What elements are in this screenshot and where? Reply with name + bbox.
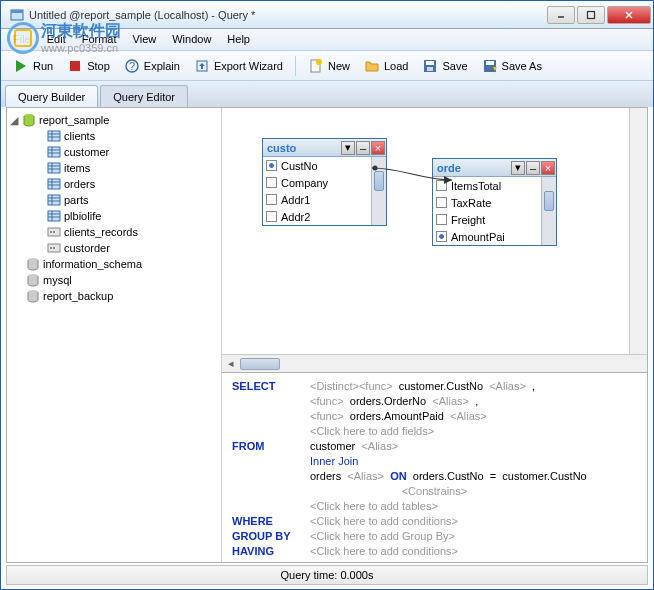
- checkbox-icon[interactable]: [436, 231, 447, 242]
- close-icon[interactable]: ×: [541, 161, 555, 175]
- table-field-Company[interactable]: Company: [263, 174, 386, 191]
- table-field-AmountPai[interactable]: AmountPai: [433, 228, 556, 245]
- new-button[interactable]: New: [302, 55, 356, 77]
- minimize-button[interactable]: [547, 6, 575, 24]
- sql-add-conditions-placeholder[interactable]: <Click here to add conditions>: [310, 515, 458, 527]
- sql-pane[interactable]: SELECT<Distinct><func> customer.CustNo <…: [222, 372, 647, 562]
- right-pane: custo ▾ – × CustNoCompanyAddr1Addr2 orde…: [222, 108, 647, 562]
- save-icon: [422, 58, 438, 74]
- field-label: Addr2: [281, 211, 310, 223]
- checkbox-icon[interactable]: [266, 177, 277, 188]
- checkbox-icon[interactable]: [266, 211, 277, 222]
- menu-window[interactable]: Window: [164, 29, 219, 50]
- export-icon: [194, 58, 210, 74]
- canvas-pane[interactable]: custo ▾ – × CustNoCompanyAddr1Addr2 orde…: [222, 108, 647, 354]
- checkbox-icon[interactable]: [436, 180, 447, 191]
- saveas-button[interactable]: Save As: [476, 55, 548, 77]
- svg-rect-41: [48, 211, 60, 221]
- table-field-Freight[interactable]: Freight: [433, 211, 556, 228]
- checkbox-icon[interactable]: [266, 160, 277, 171]
- load-button[interactable]: Load: [358, 55, 414, 77]
- tree-label: items: [64, 162, 90, 174]
- tree-db-report-sample[interactable]: ◢ report_sample: [9, 112, 219, 128]
- run-button[interactable]: Run: [7, 55, 59, 77]
- tree-pane: ◢ report_sample clientscustomeritemsorde…: [7, 108, 222, 562]
- table-field-CustNo[interactable]: CustNo: [263, 157, 386, 174]
- menu-edit[interactable]: Edit: [39, 29, 74, 50]
- tab-query-builder[interactable]: Query Builder: [5, 85, 98, 107]
- table-header[interactable]: custo ▾ – ×: [263, 139, 386, 157]
- close-button[interactable]: [607, 6, 651, 24]
- menu-help[interactable]: Help: [219, 29, 258, 50]
- tree-db-information_schema[interactable]: information_schema: [9, 256, 219, 272]
- collapse-icon[interactable]: ◢: [9, 115, 19, 125]
- svg-rect-33: [48, 179, 60, 189]
- menu-file[interactable]: File: [5, 29, 39, 50]
- tree-view-custorder[interactable]: custorder: [9, 240, 219, 256]
- menu-format[interactable]: Format: [74, 29, 125, 50]
- saveas-label: Save As: [502, 60, 542, 72]
- play-icon: [13, 58, 29, 74]
- field-label: TaxRate: [451, 197, 491, 209]
- tree-table-parts[interactable]: parts: [9, 192, 219, 208]
- tree-db-report_backup[interactable]: report_backup: [9, 288, 219, 304]
- table-field-Addr1[interactable]: Addr1: [263, 191, 386, 208]
- minimize-icon[interactable]: –: [526, 161, 540, 175]
- new-icon: [308, 58, 324, 74]
- stop-button[interactable]: Stop: [61, 55, 116, 77]
- tab-query-editor[interactable]: Query Editor: [100, 85, 188, 107]
- table-field-TaxRate[interactable]: TaxRate: [433, 194, 556, 211]
- svg-point-46: [50, 231, 52, 233]
- sql-where: WHERE: [232, 514, 310, 529]
- tree-db-mysql[interactable]: mysql: [9, 272, 219, 288]
- tree-view-clients_records[interactable]: clients_records: [9, 224, 219, 240]
- dropdown-icon[interactable]: ▾: [341, 141, 355, 155]
- tree-table-customer[interactable]: customer: [9, 144, 219, 160]
- status-bar: Query time: 0.000s: [6, 565, 648, 585]
- canvas-table-custo[interactable]: custo ▾ – × CustNoCompanyAddr1Addr2: [262, 138, 387, 226]
- field-label: Freight: [451, 214, 485, 226]
- table-scrollbar[interactable]: [541, 177, 556, 245]
- sql-add-tables-placeholder[interactable]: <Click here to add tables>: [310, 500, 438, 512]
- table-field-Addr2[interactable]: Addr2: [263, 208, 386, 225]
- tree-table-clients[interactable]: clients: [9, 128, 219, 144]
- svg-point-13: [316, 59, 322, 65]
- sql-add-fields-placeholder[interactable]: <Click here to add fields>: [310, 425, 434, 437]
- svg-rect-25: [48, 147, 60, 157]
- table-field-ItemsTotal[interactable]: ItemsTotal: [433, 177, 556, 194]
- svg-point-49: [50, 247, 52, 249]
- database-icon: [26, 273, 40, 287]
- sql-select: SELECT: [232, 379, 310, 394]
- table-scrollbar[interactable]: [371, 157, 386, 225]
- menubar: File Edit Format View Window Help: [1, 29, 653, 51]
- export-button[interactable]: Export Wizard: [188, 55, 289, 77]
- dropdown-icon[interactable]: ▾: [511, 161, 525, 175]
- svg-rect-15: [426, 61, 434, 65]
- svg-rect-21: [48, 131, 60, 141]
- checkbox-icon[interactable]: [436, 197, 447, 208]
- svg-point-50: [53, 247, 55, 249]
- svg-rect-7: [70, 61, 80, 71]
- maximize-button[interactable]: [577, 6, 605, 24]
- menu-view[interactable]: View: [125, 29, 165, 50]
- checkbox-icon[interactable]: [266, 194, 277, 205]
- close-icon[interactable]: ×: [371, 141, 385, 155]
- sql-add-groupby-placeholder[interactable]: <Click here to add Group By>: [310, 530, 455, 542]
- svg-rect-16: [427, 67, 433, 71]
- tree-table-items[interactable]: items: [9, 160, 219, 176]
- table-header[interactable]: orde ▾ – ×: [433, 159, 556, 177]
- tree-table-plbiolife[interactable]: plbiolife: [9, 208, 219, 224]
- main-area: ◢ report_sample clientscustomeritemsorde…: [6, 107, 648, 563]
- minimize-icon[interactable]: –: [356, 141, 370, 155]
- save-button[interactable]: Save: [416, 55, 473, 77]
- database-icon: [26, 289, 40, 303]
- stop-label: Stop: [87, 60, 110, 72]
- table-icon: [47, 193, 61, 207]
- canvas-scrollbar-v[interactable]: [629, 108, 647, 354]
- canvas-scrollbar-h[interactable]: ◂: [222, 354, 647, 372]
- explain-button[interactable]: ? Explain: [118, 55, 186, 77]
- canvas-table-orde[interactable]: orde ▾ – × ItemsTotalTaxRateFreightAmoun…: [432, 158, 557, 246]
- sql-orderby: ORDER BY: [232, 559, 310, 562]
- tree-table-orders[interactable]: orders: [9, 176, 219, 192]
- checkbox-icon[interactable]: [436, 214, 447, 225]
